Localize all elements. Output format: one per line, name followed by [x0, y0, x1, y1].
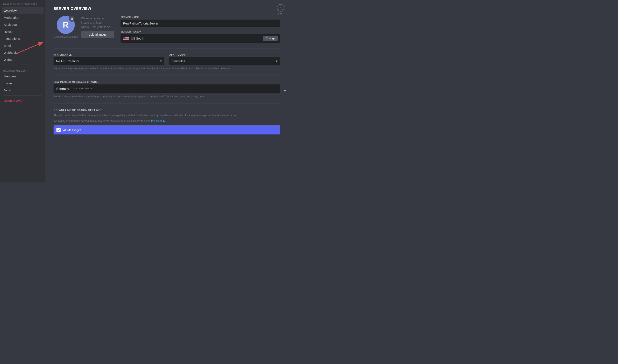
user-management-label: USER MANAGEMENT [2, 66, 44, 73]
channel-category: TEXT CHANNELS [72, 87, 93, 90]
new-member-help-text: Send a message to this channel when some… [54, 94, 280, 99]
sidebar-item-moderation[interactable]: Moderation [2, 14, 44, 21]
sidebar: REALPYTHONTUTORIALSERV... Overview Moder… [0, 0, 45, 182]
svg-rect-7 [123, 39, 129, 39]
afk-channel-col: AFK CHANNEL No AFK Channel ▼ [54, 53, 164, 65]
main-content: × ESC SERVER OVERVIEW R [45, 0, 288, 182]
rec-section: We recommend an image of at least 512x51… [81, 16, 114, 38]
avatar-wrapper: R [57, 16, 75, 34]
afk-timeout-select[interactable]: 5 minutes [169, 57, 280, 65]
server-fields: SERVER NAME SERVER REGION [121, 16, 280, 43]
notification-desc2-pre: We highly recommend setting this to only… [54, 119, 151, 122]
section-divider-3 [54, 103, 280, 104]
sidebar-item-bans[interactable]: Bans [2, 87, 44, 94]
svg-rect-10 [123, 39, 129, 39]
page-title: SERVER OVERVIEW [54, 7, 280, 11]
svg-rect-12 [123, 40, 129, 40]
this-insanity-link[interactable]: this insanity [151, 119, 165, 122]
avatar-edit-button[interactable] [69, 16, 75, 22]
sidebar-item-roles[interactable]: Roles [2, 28, 44, 35]
sidebar-item-webhooks[interactable]: Webhooks [2, 49, 44, 56]
avatar-upload-area: R Minimum Size: 128x128 We recommend an … [54, 16, 114, 38]
sidebar-item-overview[interactable]: Overview [2, 7, 44, 14]
svg-rect-9 [123, 39, 129, 39]
sidebar-item-emoji[interactable]: Emoji [2, 42, 44, 49]
notification-desc1: This will determine whether members who … [54, 113, 280, 117]
afk-timeout-col: AFK TIMEOUT 5 minutes ▼ [169, 53, 280, 65]
afk-section: AFK CHANNEL No AFK Channel ▼ AFK TIMEOUT… [54, 53, 280, 65]
afk-channel-select[interactable]: No AFK Channel [54, 57, 164, 65]
delete-server-button[interactable]: Delete Server [2, 97, 44, 104]
close-button[interactable]: × [277, 4, 284, 12]
notification-title: DEFAULT NOTIFICATION SETTINGS [54, 108, 280, 112]
afk-channel-select-wrapper: No AFK Channel ▼ [54, 57, 164, 65]
hash-icon: # [56, 87, 58, 91]
notification-desc2: We highly recommend setting this to only… [54, 119, 280, 123]
afk-timeout-select-wrapper: 5 minutes ▼ [169, 57, 280, 65]
region-name-text: US South [131, 37, 144, 40]
server-name-input[interactable] [121, 20, 280, 27]
image-rec-text: We recommend an image of at least 512x51… [81, 16, 114, 29]
sidebar-item-integrations[interactable]: Integrations [2, 35, 44, 42]
close-button-wrapper[interactable]: × ESC [277, 4, 284, 15]
upload-image-button[interactable]: Upload Image [81, 31, 114, 38]
new-member-channel-select[interactable]: # general TEXT CHANNELS ▼ [54, 84, 280, 93]
region-left: US South [123, 37, 144, 40]
sidebar-item-widget[interactable]: Widget [2, 56, 44, 63]
camera-icon [70, 17, 73, 20]
close-icon: × [280, 6, 282, 10]
server-name-label: SERVER NAME [121, 16, 280, 18]
server-region-select[interactable]: US South Change [121, 34, 280, 43]
svg-rect-13 [123, 37, 125, 39]
channel-name: general [59, 87, 70, 90]
channel-left: # general TEXT CHANNELS [56, 87, 93, 91]
sidebar-server-name: REALPYTHONTUTORIALSERV... [2, 3, 44, 7]
new-member-channel-label: NEW MEMBER MESSAGES CHANNEL [54, 81, 280, 83]
server-region-label: SERVER REGION [121, 30, 280, 33]
avatar-section: R Minimum Size: 128x128 [54, 16, 78, 38]
new-member-section: NEW MEMBER MESSAGES CHANNEL # general TE… [54, 81, 280, 99]
us-flag-icon [123, 37, 129, 40]
sidebar-item-members[interactable]: Members [2, 73, 44, 80]
checkmark-icon [57, 129, 60, 131]
avatar-min-size-label: Minimum Size: 128x128 [54, 36, 78, 38]
sidebar-item-audit-log[interactable]: Audit Log [2, 21, 44, 28]
afk-timeout-label: AFK TIMEOUT [169, 53, 280, 56]
all-messages-label: All Messages [63, 128, 81, 132]
notification-desc2-post: . [165, 119, 166, 122]
overview-top-section: R Minimum Size: 128x128 We recommend an … [54, 16, 280, 43]
change-region-button[interactable]: Change [263, 36, 278, 41]
afk-help-text: Automatically move members to this chann… [54, 66, 280, 71]
afk-channel-label: AFK CHANNEL [54, 53, 164, 56]
section-divider-1 [54, 48, 280, 49]
new-member-channel-chevron-icon: ▼ [283, 89, 286, 93]
all-messages-option[interactable]: All Messages [54, 125, 280, 134]
section-divider-2 [54, 76, 280, 76]
app-container: REALPYTHONTUTORIALSERV... Overview Moder… [0, 0, 288, 182]
esc-label: ESC [278, 12, 283, 15]
all-messages-checkbox[interactable] [56, 128, 61, 132]
notification-section: DEFAULT NOTIFICATION SETTINGS This will … [54, 108, 280, 134]
sidebar-item-invites[interactable]: Invites [2, 80, 44, 87]
svg-rect-11 [123, 40, 129, 40]
